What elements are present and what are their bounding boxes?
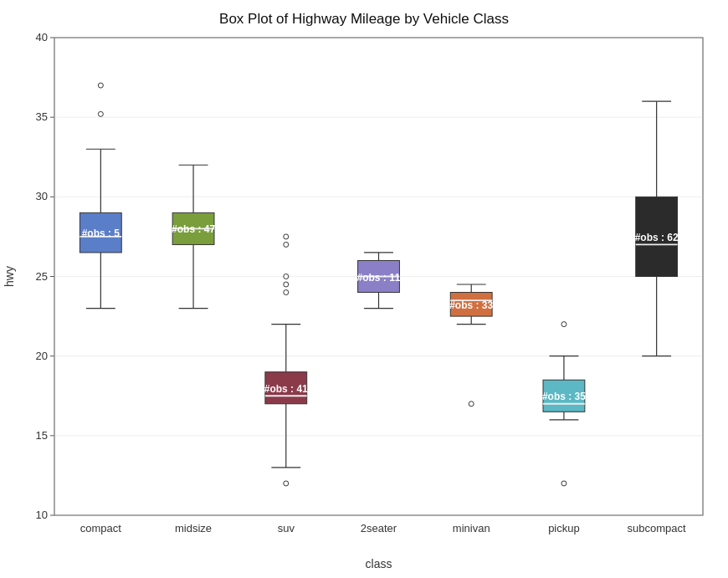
svg-text:pickup: pickup [548,522,580,535]
chart-container: 10152025303540hwycompactmidsizesuv2seate… [0,0,728,578]
svg-text:#obs : 33: #obs : 33 [449,299,493,311]
svg-text:40: 40 [36,31,48,43]
svg-text:minivan: minivan [453,522,490,535]
svg-text:#obs : 41: #obs : 41 [264,383,308,395]
svg-text:#obs : 47: #obs : 47 [172,223,215,235]
box-plot-chart: 10152025303540hwycompactmidsizesuv2seate… [0,0,728,578]
svg-text:20: 20 [36,350,48,362]
svg-text:midsize: midsize [175,522,212,535]
svg-text:#obs : 62: #obs : 62 [635,232,679,243]
svg-text:suv: suv [278,522,295,535]
svg-text:10: 10 [36,509,48,521]
svg-text:Box Plot of Highway Mileage by: Box Plot of Highway Mileage by Vehicle C… [219,11,509,27]
svg-text:class: class [366,557,392,570]
svg-text:compact: compact [80,522,122,535]
svg-text:#obs : 5: #obs : 5 [82,228,120,239]
svg-text:#obs : 35: #obs : 35 [542,391,586,402]
svg-text:2seater: 2seater [361,522,397,535]
svg-text:subcompact: subcompact [628,522,686,535]
svg-text:25: 25 [36,270,48,283]
svg-text:hwy: hwy [3,266,16,287]
svg-text:#obs : 11: #obs : 11 [356,272,400,284]
svg-text:35: 35 [36,110,48,123]
svg-text:30: 30 [36,190,48,202]
svg-text:15: 15 [36,429,48,442]
